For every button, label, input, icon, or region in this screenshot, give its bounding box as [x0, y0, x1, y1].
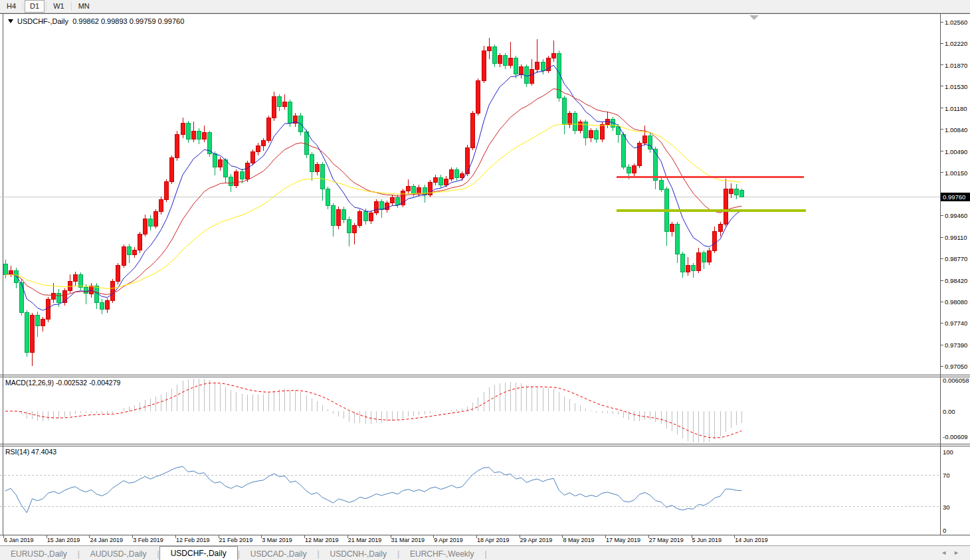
tab-usdcnh-daily[interactable]: USDCNH-,Daily — [320, 547, 397, 560]
candle — [245, 163, 249, 179]
candle — [148, 219, 152, 226]
candle — [686, 266, 690, 272]
candle — [482, 50, 486, 80]
candle — [724, 189, 728, 225]
price-axis-tick — [941, 237, 943, 238]
price-axis-label: 0.98420 — [945, 277, 967, 284]
candle — [621, 134, 625, 167]
candle — [326, 189, 330, 205]
price-axis-label: 1.00840 — [945, 126, 967, 134]
rsi-canvas[interactable] — [0, 446, 940, 535]
price-axis-label: 1.02560 — [945, 19, 967, 26]
candle — [567, 113, 571, 124]
candle — [36, 316, 40, 326]
timeframe-button-h4[interactable]: H4 — [1, 0, 21, 13]
tab-scroll-left-icon[interactable]: ◄ — [941, 549, 953, 556]
candle — [595, 131, 599, 140]
price-axis-tick — [941, 129, 943, 130]
candle — [353, 226, 357, 233]
tab-eurusd-daily[interactable]: EURUSD-,Daily — [0, 547, 78, 560]
tab-usdcad-daily[interactable]: USDCAD-,Daily — [240, 547, 318, 560]
mt4-window: H4D1W1MN USDCHF-,Daily 0.99862 0.99893 0… — [0, 0, 970, 560]
candle — [47, 299, 50, 319]
candle — [739, 191, 743, 197]
ma-fast-line — [5, 65, 741, 310]
candle — [100, 302, 104, 309]
date-axis-label: 14 Jun 2019 — [735, 537, 768, 543]
date-axis-label: 31 Mar 2019 — [391, 537, 425, 543]
candle — [154, 212, 158, 227]
tab-audusd-daily[interactable]: AUDUSD-,Daily — [80, 547, 157, 560]
current-price-badge: 0.99760 — [941, 193, 970, 201]
candle — [675, 225, 679, 254]
macd-canvas[interactable] — [0, 377, 940, 444]
candle — [122, 246, 126, 265]
candle — [369, 213, 373, 221]
price-axis-tick — [941, 86, 943, 86]
candle — [509, 58, 513, 66]
date-axis-label: 29 Apr 2019 — [520, 537, 553, 543]
candle — [278, 97, 282, 107]
candle — [643, 136, 647, 143]
candle — [363, 212, 367, 221]
candle — [235, 172, 239, 186]
price-axis-tick — [941, 172, 943, 173]
timeframe-button-mn[interactable]: MN — [73, 0, 95, 13]
price-axis-tick — [941, 108, 943, 108]
candle — [320, 164, 324, 189]
candle — [417, 187, 421, 193]
candle — [391, 197, 395, 203]
tab-usdchf-daily[interactable]: USDCHF-,Daily — [159, 546, 238, 560]
candle — [31, 316, 35, 353]
candle — [138, 234, 142, 250]
price-axis-label: 0.99460 — [945, 212, 967, 219]
candle — [62, 290, 66, 302]
candle — [197, 132, 201, 140]
symbol-marker-icon — [8, 19, 13, 23]
candle — [670, 225, 674, 232]
macd-axis-label: 0.006058 — [943, 377, 969, 384]
chart-title: USDCHF-,Daily 0.99862 0.99893 0.99759 0.… — [8, 17, 184, 25]
candle — [332, 205, 336, 225]
candle — [562, 98, 566, 125]
price-axis-tick — [941, 280, 943, 281]
tab-scroll-right-icon[interactable]: ► — [953, 549, 966, 556]
chart-shift-marker-icon[interactable] — [749, 15, 759, 20]
candle — [175, 134, 179, 158]
candle — [3, 264, 7, 275]
candle — [266, 118, 270, 141]
timeframe-button-w1[interactable]: W1 — [48, 0, 70, 13]
price-axis-label: 1.01870 — [945, 62, 967, 69]
candle — [78, 275, 82, 288]
candle — [525, 67, 529, 83]
date-axis-label: 5 Jun 2019 — [692, 537, 722, 543]
rsi-axis-label: 70 — [943, 472, 950, 479]
candle — [692, 266, 696, 271]
main-chart-canvas[interactable] — [0, 15, 940, 375]
candle — [713, 232, 717, 250]
price-axis-tick — [941, 345, 943, 345]
candle — [680, 254, 684, 272]
macd-values: -0.002532 -0.004279 — [56, 379, 121, 387]
timeframe-button-d1[interactable]: D1 — [25, 0, 45, 13]
candle — [460, 173, 464, 177]
candle — [127, 246, 131, 254]
candle — [106, 300, 110, 309]
candle — [407, 186, 411, 191]
tab-scroll-arrows: ◄► — [941, 549, 966, 556]
price-axis-label: 0.97390 — [945, 341, 967, 349]
candle — [272, 97, 276, 118]
candle — [600, 124, 604, 140]
candle — [438, 177, 442, 185]
candle — [73, 275, 77, 281]
price-axis-label: 1.01530 — [945, 83, 967, 90]
candle — [471, 113, 475, 147]
date-axis-label: 15 Jan 2019 — [47, 537, 80, 543]
date-axis-label: 21 Mar 2019 — [348, 537, 382, 543]
tab-eurchf-weekly[interactable]: EURCHF-,Weekly — [399, 547, 484, 560]
candle — [256, 145, 260, 151]
date-axis-label: 21 Feb 2019 — [219, 537, 253, 543]
price-axis-tick — [941, 323, 943, 324]
date-axis-label: 3 Mar 2019 — [262, 537, 292, 543]
candle — [718, 225, 722, 232]
